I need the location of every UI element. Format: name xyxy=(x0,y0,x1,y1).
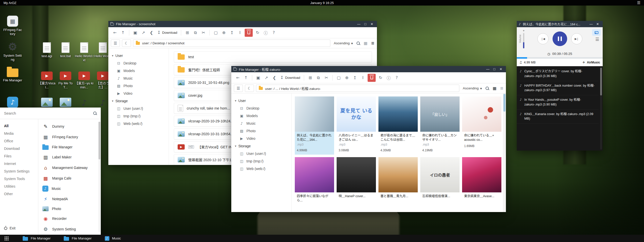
search-icon[interactable] xyxy=(356,41,360,45)
app-list-item[interactable]: ✎ Dummy xyxy=(38,121,101,132)
open-in-new-icon[interactable]: ↗ xyxy=(262,74,270,82)
desktop-icon[interactable] xyxy=(37,98,56,108)
new-file-icon[interactable]: ▢ xyxy=(212,29,220,37)
open-in-new-icon[interactable]: ↗ xyxy=(139,29,147,37)
volume-plus[interactable]: + xyxy=(523,29,525,32)
sidebar-item[interactable]: ♪ Music xyxy=(108,75,169,82)
taskbar-task[interactable]: File Manager xyxy=(23,236,51,241)
up-icon[interactable]: ↑ xyxy=(242,74,250,82)
close-button[interactable]: ✕ xyxy=(369,22,375,26)
copy-icon[interactable]: ⧉ xyxy=(314,74,322,82)
desktop-icon[interactable]: test.bat xyxy=(56,42,75,58)
file-tile[interactable]: 薔と薔薇＿青九月... xyxy=(378,157,418,203)
sidebar-item[interactable]: ♪ Music xyxy=(231,120,292,127)
app-list-item[interactable]: ▥ Label Maker xyxy=(38,152,101,162)
rename-icon[interactable]: I xyxy=(236,29,244,37)
sidebar-item[interactable]: ▣ Models xyxy=(231,112,292,120)
sidebar-item[interactable]: ◫ User (user:/) xyxy=(231,150,292,157)
file-tile[interactable]: イロの愚者 忘却廃墟低俗僧演... xyxy=(420,157,460,203)
sidebar-item[interactable]: ▶ Video xyxy=(108,90,169,97)
desktop-icon[interactable]: 【東方Vocal... xyxy=(37,72,56,90)
share-icon[interactable]: ❮ xyxy=(270,74,278,82)
desktop-icon[interactable]: test.agi xyxy=(37,42,56,58)
upload-icon[interactable]: ↥ xyxy=(228,29,236,37)
app-list-item[interactable]: ⌂ Management Gateway xyxy=(38,162,101,173)
category-item[interactable]: Utilities xyxy=(0,183,38,190)
playlist-item[interactable]: ♪ HAPPY BIRTHDAY＿back number cover. by 柘… xyxy=(517,81,599,95)
file-tile[interactable]: 命に嫌われている＿+ acoustic co... 1.69MB xyxy=(462,96,501,155)
paste-icon[interactable]: ⊞ xyxy=(306,74,314,82)
sort-dropdown[interactable]: Ascending ▾ xyxy=(334,41,353,45)
sidebar-item[interactable]: ◫ tmp (tmp:/) xyxy=(108,112,169,120)
cut-icon[interactable]: ✂ xyxy=(322,74,330,82)
open-icon[interactable]: ▣ xyxy=(254,74,262,82)
sidebar-item[interactable]: ▶ Video xyxy=(231,135,292,142)
playlist-item[interactable]: ♪ In Your Hands＿yusukeP cover. by 柘榴-zak… xyxy=(517,95,599,110)
exit-button[interactable]: Exit xyxy=(0,223,38,233)
help-icon[interactable]: ? xyxy=(393,74,401,82)
scrollbar[interactable] xyxy=(600,67,602,150)
info-icon[interactable]: ⓘ xyxy=(262,29,270,37)
refresh-icon[interactable]: ↻ xyxy=(253,29,262,37)
window-titlebar[interactable]: File Manager - screenshot — □ ✕ xyxy=(108,21,377,27)
category-item[interactable]: Files xyxy=(0,152,38,160)
file-row[interactable]: test xyxy=(174,51,372,62)
download-button[interactable]: ↧ Download xyxy=(155,29,179,37)
category-item[interactable]: System Settings xyxy=(0,167,38,175)
scrollbar[interactable] xyxy=(503,93,506,212)
volume-track[interactable] xyxy=(523,33,524,48)
app-list-item[interactable]: ♪ Music xyxy=(38,184,101,194)
app-list-item[interactable]: ◉ Recorder xyxy=(38,213,101,224)
sidebar-item[interactable]: ▣ Models xyxy=(108,67,169,75)
copy-icon[interactable]: ⧉ xyxy=(191,29,199,37)
close-button[interactable]: ✕ xyxy=(498,67,504,71)
download-button[interactable]: ↧ Download xyxy=(278,74,302,82)
list-view-icon[interactable]: ≣ xyxy=(371,41,374,46)
close-button[interactable]: ✕ xyxy=(595,22,601,26)
playlist-item[interactable]: ♪ KING＿Kanaria cover. by 柘榴-zakuro-.mp3 … xyxy=(517,110,599,124)
window-titlebar[interactable]: File Manager - 柘榴-zakuro- — □ ✕ xyxy=(231,66,506,72)
app-list-item[interactable]: File Manager xyxy=(38,142,101,152)
list-view-icon[interactable]: ≣ xyxy=(500,86,503,91)
app-list-item[interactable]: ⚡ NotepadA xyxy=(38,194,101,204)
maximize-button[interactable]: □ xyxy=(491,67,497,71)
file-tile[interactable]: 東京病東京＿Avase... xyxy=(462,157,501,203)
paste-icon[interactable]: ⊞ xyxy=(183,29,191,37)
sidebar-item[interactable]: ▨ Photo xyxy=(231,127,292,135)
sidebar-item[interactable]: ◫ Web (web:/) xyxy=(108,120,169,127)
share-icon[interactable]: ❮ xyxy=(147,29,155,37)
new-folder-icon[interactable]: ⊕ xyxy=(220,29,228,37)
sidebar-section-user[interactable]: User xyxy=(108,52,169,59)
desktop-icon[interactable]: ▦ FFmpeg Factory xyxy=(3,16,22,36)
delete-button[interactable] xyxy=(245,29,253,37)
desktop-icon[interactable]: Hello World.txt xyxy=(75,42,94,62)
minimize-button[interactable]: — xyxy=(588,22,594,26)
sidebar-section-storage[interactable]: Storage xyxy=(231,142,292,150)
taskbar-task[interactable]: ♪ Music xyxy=(105,236,121,241)
file-tile[interactable]: 唄＿HaneP cover... xyxy=(337,157,376,203)
minimize-button[interactable]: — xyxy=(485,67,491,71)
desktop-icon[interactable]: ⚙ System Setting xyxy=(3,40,22,62)
volume-slider[interactable]: Volume + xyxy=(519,29,525,48)
cut-icon[interactable]: ✂ xyxy=(199,29,207,37)
progress-bar[interactable] xyxy=(517,57,603,59)
app-list-item[interactable]: ⚙ System Setting xyxy=(38,224,101,234)
scrollbar[interactable] xyxy=(99,122,100,232)
sidebar-item[interactable]: ◫ tmp (tmp:/) xyxy=(231,157,292,165)
hamburger-menu-icon[interactable]: ☰ xyxy=(637,1,640,5)
app-launcher-button[interactable] xyxy=(3,235,10,242)
desktop-icon[interactable]: 【東方~yu kimin... xyxy=(75,72,94,90)
refresh-icon[interactable]: ↻ xyxy=(376,74,384,82)
sidebar-item[interactable]: ◫ User (user:/) xyxy=(108,105,169,112)
app-list-item[interactable]: ▦ FFmpeg Factory xyxy=(38,132,101,142)
next-track-button[interactable]: ▶❘ xyxy=(571,33,582,44)
rename-icon[interactable]: I xyxy=(359,74,367,82)
brand-label[interactable]: My ArOZ xyxy=(4,1,16,5)
delete-button[interactable] xyxy=(368,74,376,82)
desktop-icon[interactable]: File Manager xyxy=(3,66,22,82)
grid-view-icon[interactable]: ▦ xyxy=(493,86,496,91)
dark-mode-button[interactable]: ☾ xyxy=(122,40,131,47)
up-icon[interactable]: ↑ xyxy=(119,29,127,37)
breadcrumb[interactable]: user: / ... / Hello World / 柘榴-zakuro- xyxy=(256,85,459,92)
category-item[interactable]: Media xyxy=(0,130,38,137)
